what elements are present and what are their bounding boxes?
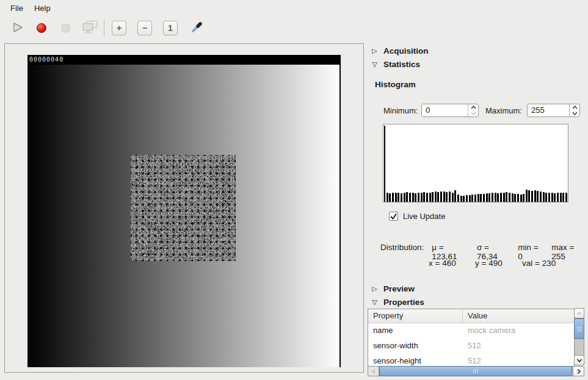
expander-acquisition[interactable]: ▷ Acquisition [371, 46, 429, 56]
property-name-cell: sensor-width [368, 339, 463, 354]
stop-icon [62, 24, 70, 32]
histogram-bar [560, 193, 562, 202]
property-value-cell[interactable]: mock camera [463, 323, 515, 339]
histogram-bar [404, 193, 405, 202]
histogram-bar [423, 192, 425, 202]
histogram-bar [397, 193, 399, 202]
horizontal-scrollbar[interactable] [368, 366, 584, 376]
histogram-bar [401, 193, 402, 202]
histogram-bar [421, 193, 423, 202]
histogram-bar [384, 126, 385, 202]
histogram-bar [488, 193, 490, 202]
expander-statistics[interactable]: ▽ Statistics [371, 60, 420, 69]
maximum-label: Maximum: [485, 106, 522, 115]
pixel-picker-button[interactable] [189, 20, 205, 37]
stop-button [57, 20, 73, 37]
histogram-bar [548, 193, 550, 202]
histogram-bar [395, 193, 397, 202]
chevron-up-icon [576, 311, 583, 316]
play-button[interactable] [10, 20, 26, 37]
chevron-right-icon [576, 368, 581, 375]
cursor-val-value: val = 230 [522, 259, 556, 268]
table-row[interactable]: namemock camera [368, 323, 574, 339]
zoom-original-button[interactable]: 1 [163, 21, 178, 35]
histogram-bar [392, 193, 394, 202]
histogram-bar [477, 194, 479, 202]
chevron-left-icon [371, 368, 376, 375]
maximum-value: 255 [531, 106, 545, 115]
column-header-property[interactable]: Property [368, 309, 463, 323]
gradient-pattern [27, 65, 339, 367]
minimum-spin-buttons[interactable] [468, 104, 478, 117]
toolbar: + − 1 [0, 16, 588, 40]
histogram-bar [480, 194, 482, 202]
histogram-bar [460, 196, 462, 202]
table-row[interactable]: sensor-height512 [368, 354, 574, 367]
zoom-in-button[interactable]: + [112, 21, 126, 35]
histogram-bar [503, 193, 505, 202]
menu-help[interactable]: Help [29, 1, 56, 15]
image-viewport: 00000040 [4, 43, 364, 373]
expander-preview[interactable]: ▷ Preview [371, 284, 415, 293]
histogram-bar [506, 192, 507, 202]
properties-table-body: namemock camerasensor-width512sensor-hei… [368, 323, 574, 367]
chevron-down-icon: ▽ [371, 298, 378, 306]
menubar: File Help [0, 0, 588, 16]
record-icon [37, 23, 46, 33]
screen-icon [82, 20, 98, 36]
histogram-bar [528, 190, 530, 202]
histogram-bar [526, 190, 528, 202]
camera-image[interactable]: 00000040 [27, 55, 341, 367]
vertical-scroll-thumb[interactable] [574, 318, 584, 339]
spin-up-icon[interactable] [468, 104, 478, 110]
property-name-cell: sensor-height [368, 354, 463, 367]
menu-file[interactable]: File [5, 1, 29, 15]
cursor-y-value: y = 490 [475, 259, 522, 268]
histogram-bar [497, 193, 499, 202]
scroll-down-button[interactable] [574, 355, 584, 365]
histogram-bar [557, 193, 559, 202]
histogram-bar [486, 193, 488, 202]
vertical-scrollbar[interactable] [574, 308, 584, 365]
maximum-spin-buttons[interactable] [569, 104, 579, 117]
horizontal-scroll-thumb[interactable] [379, 366, 572, 376]
histogram-bar [551, 193, 553, 202]
histogram-bar [440, 192, 442, 202]
histogram-bar [415, 193, 416, 202]
toolbar-separator [104, 20, 104, 36]
histogram-bar [545, 193, 547, 202]
histogram-bar [517, 194, 519, 202]
checkmark-icon [390, 212, 397, 220]
chevron-down-icon [576, 358, 583, 363]
zoom-in-icon: + [117, 23, 122, 33]
histogram-bars [384, 124, 567, 202]
property-value-cell[interactable]: 512 [463, 354, 481, 367]
maximum-spinbox[interactable]: 255 [527, 104, 580, 117]
column-header-value[interactable]: Value [463, 309, 487, 323]
histogram-bar [446, 192, 448, 202]
record-button[interactable] [34, 20, 49, 37]
scroll-up-button [574, 308, 584, 318]
histogram-bar [474, 195, 476, 202]
histogram-bar [426, 193, 428, 202]
histogram-bar [520, 195, 522, 202]
chevron-right-icon: ▷ [371, 285, 378, 293]
histogram-bar [389, 193, 391, 202]
distribution-max: max = 255 [551, 243, 588, 261]
properties-table: Property Value namemock camerasensor-wid… [368, 309, 575, 367]
chevron-down-icon: ▽ [371, 60, 378, 68]
zoom-out-button[interactable]: − [137, 21, 152, 35]
property-value-cell[interactable]: 512 [463, 339, 481, 354]
histogram-bar [543, 192, 545, 202]
histogram-bar [514, 194, 516, 202]
expander-properties[interactable]: ▽ Properties [371, 298, 424, 307]
spin-up-icon[interactable] [570, 104, 579, 110]
table-row[interactable]: sensor-width512 [368, 339, 574, 354]
minimum-spinbox[interactable]: 0 [421, 104, 479, 117]
histogram-bar [432, 192, 434, 202]
spin-down-icon[interactable] [570, 110, 579, 117]
live-update-checkbox[interactable] [389, 212, 398, 221]
cursor-x-value: x = 460 [429, 259, 475, 268]
scroll-right-button[interactable] [573, 366, 584, 376]
expander-properties-label: Properties [383, 298, 424, 307]
